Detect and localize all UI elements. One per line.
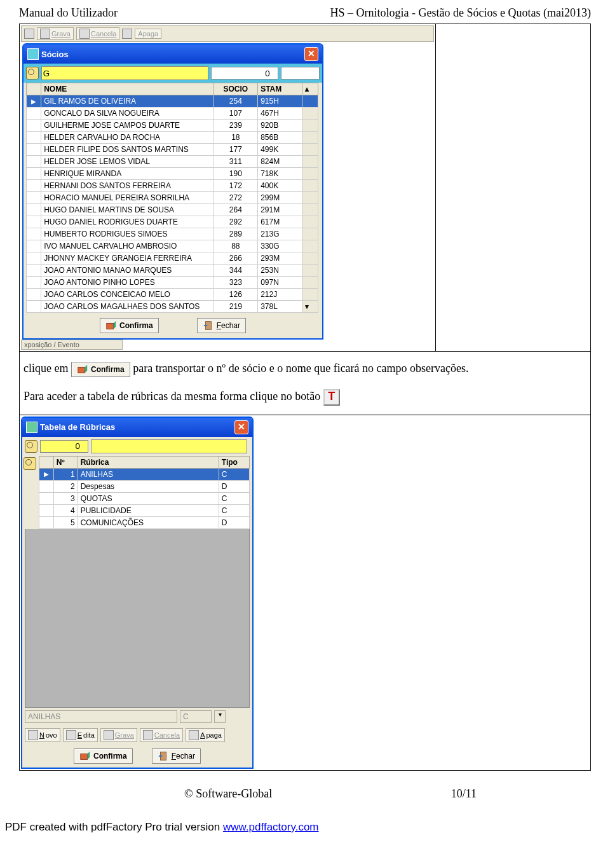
grava-button[interactable]: Grava xyxy=(100,728,137,742)
scrollbar[interactable] xyxy=(302,228,318,240)
fechar-button[interactable]: Fechar xyxy=(152,748,201,764)
cell-n: 1 xyxy=(53,468,78,480)
table-row[interactable]: HUGO DANIEL RODRIGUES DUARTE292617M xyxy=(27,216,318,228)
col-nome[interactable]: NOME xyxy=(41,83,214,95)
search-icon[interactable] xyxy=(24,457,36,470)
cell-n: 4 xyxy=(53,504,78,516)
cell-stam: 291M xyxy=(258,204,302,216)
table-row[interactable]: JHONNY MACKEY GRANGEIA FERREIRA266293M xyxy=(27,252,318,265)
socios-button-row: Confirma Fechar xyxy=(24,313,322,338)
apaga-button[interactable]: Apaga xyxy=(186,728,225,742)
scroll-up[interactable]: ▴ xyxy=(302,83,318,95)
table-row[interactable]: JOAO CARLOS CONCEICAO MELO126212J xyxy=(27,289,318,301)
blank-input[interactable] xyxy=(281,67,320,79)
scrollbar[interactable] xyxy=(302,180,318,192)
cancela-button[interactable]: Cancela xyxy=(140,728,183,742)
scrollbar[interactable] xyxy=(302,132,318,144)
dropdown-icon[interactable]: ▾ xyxy=(214,710,226,723)
scrollbar[interactable] xyxy=(302,204,318,216)
scrollbar[interactable] xyxy=(302,240,318,252)
confirma-inline-button[interactable]: Confirma xyxy=(71,362,130,377)
table-row[interactable]: 3QUOTASC xyxy=(39,492,250,504)
confirma-button[interactable]: Confirma xyxy=(100,318,159,333)
table-row[interactable]: ▶GIL RAMOS DE OLIVEIRA254915H xyxy=(27,95,318,107)
pdf-link[interactable]: www.pdffactory.com xyxy=(223,821,319,833)
confirm-icon xyxy=(105,320,117,331)
search-input[interactable] xyxy=(41,66,208,80)
scrollbar[interactable] xyxy=(302,289,318,301)
number-input[interactable] xyxy=(211,67,278,79)
novo-button[interactable]: Novo xyxy=(25,728,60,742)
table-row[interactable]: HELDER FILIPE DOS SANTOS MARTINS177499K xyxy=(27,144,318,156)
scrollbar[interactable] xyxy=(302,120,318,132)
cell-stam: 824M xyxy=(258,156,302,168)
scrollbar[interactable] xyxy=(302,95,318,107)
edita-button[interactable]: Edita xyxy=(63,728,98,742)
rubricas-grid[interactable]: Nº Rúbrica Tipo ▶1ANILHASC2DespesasD3QUO… xyxy=(39,456,250,529)
col-stam[interactable]: STAM xyxy=(258,83,302,95)
scrollbar[interactable] xyxy=(302,168,318,180)
apaga-button[interactable]: Apaga xyxy=(135,29,161,39)
scrollbar[interactable] xyxy=(302,107,318,120)
rub-num-input[interactable] xyxy=(40,440,88,453)
fechar-button[interactable]: Fechar xyxy=(197,318,246,333)
row-marker xyxy=(27,180,41,192)
rub-button-row: Confirma Fechar xyxy=(22,745,252,768)
cell-nome: JOAO ANTONIO PINHO LOPES xyxy=(41,277,214,289)
table-row[interactable]: HENRIQUE MIRANDA190718K xyxy=(27,168,318,180)
col-socio[interactable]: SOCIO xyxy=(214,83,258,95)
cell-stam: 400K xyxy=(258,180,302,192)
status-bar: xposição / Evento xyxy=(21,340,123,350)
scrollbar[interactable] xyxy=(302,265,318,277)
cell-stam: 718K xyxy=(258,168,302,180)
row-marker xyxy=(27,156,41,168)
toolbar-icon xyxy=(24,29,34,39)
scrollbar[interactable] xyxy=(302,144,318,156)
table-row[interactable]: JOAO ANTONIO PINHO LOPES323097N xyxy=(27,277,318,289)
scrollbar[interactable] xyxy=(302,216,318,228)
cell-socio: 289 xyxy=(214,228,258,240)
scrollbar[interactable] xyxy=(302,156,318,168)
table-row[interactable]: HELDER CARVALHO DA ROCHA18856B xyxy=(27,132,318,144)
table-row[interactable]: HUGO DANIEL MARTINS DE SOUSA264291M xyxy=(27,204,318,216)
scrollbar[interactable]: ▾ xyxy=(302,301,318,313)
col-tipo[interactable]: Tipo xyxy=(219,456,249,468)
col-rubrica[interactable]: Rúbrica xyxy=(78,456,219,468)
scrollbar[interactable] xyxy=(302,252,318,265)
scrollbar[interactable] xyxy=(302,277,318,289)
search-icon[interactable] xyxy=(26,67,39,79)
cancela-button[interactable]: Cancela xyxy=(76,27,119,40)
table-row[interactable]: HELDER JOSE LEMOS VIDAL311824M xyxy=(27,156,318,168)
row-marker xyxy=(27,107,41,120)
socios-window: Sócios ✕ N xyxy=(22,43,323,340)
col-n[interactable]: Nº xyxy=(53,456,78,468)
cell-n: 5 xyxy=(53,516,78,528)
scrollbar[interactable] xyxy=(302,192,318,204)
table-row[interactable]: 2DespesasD xyxy=(39,480,250,492)
row-marker xyxy=(39,492,54,504)
close-icon[interactable]: ✕ xyxy=(304,47,318,61)
rub-toolbar: Novo Edita Grava Cancela Apaga xyxy=(22,726,252,745)
table-row[interactable]: 5COMUNICAÇÕESD xyxy=(39,516,250,528)
table-row[interactable]: JOAO ANTONIO MANAO MARQUES344253N xyxy=(27,265,318,277)
table-row[interactable]: ▶1ANILHASC xyxy=(39,468,250,480)
row-marker xyxy=(39,504,54,516)
confirma-button[interactable]: Confirma xyxy=(74,748,133,764)
rub-search-input[interactable] xyxy=(91,439,247,453)
table-row[interactable]: GUILHERME JOSE CAMPOS DUARTE239920B xyxy=(27,120,318,132)
grava-button[interactable]: Grava xyxy=(37,27,74,40)
cell-socio: 311 xyxy=(214,156,258,168)
t-icon-button[interactable]: T xyxy=(323,389,340,406)
close-icon[interactable]: ✕ xyxy=(234,420,248,434)
search-icon[interactable] xyxy=(25,440,37,453)
table-row[interactable]: IVO MANUEL CARVALHO AMBROSIO88330G xyxy=(27,240,318,252)
table-row[interactable]: 4PUBLICIDADEC xyxy=(39,504,250,516)
table-row[interactable]: HERNANI DOS SANTOS FERREIRA172400K xyxy=(27,180,318,192)
table-row[interactable]: GONCALO DA SILVA NOGUEIRA107467H xyxy=(27,107,318,120)
svg-marker-1 xyxy=(114,321,116,329)
table-row[interactable]: HUMBERTO RODRIGUES SIMOES289213G xyxy=(27,228,318,240)
table-row[interactable]: HORACIO MANUEL PEREIRA SORRILHA272299M xyxy=(27,192,318,204)
socios-grid[interactable]: NOME SOCIO STAM ▴ ▶GIL RAMOS DE OLIVEIRA… xyxy=(26,83,318,313)
top-toolbar: Grava Cancela Apaga xyxy=(21,25,434,42)
table-row[interactable]: JOAO CARLOS MAGALHAES DOS SANTOS219378L▾ xyxy=(27,301,318,313)
